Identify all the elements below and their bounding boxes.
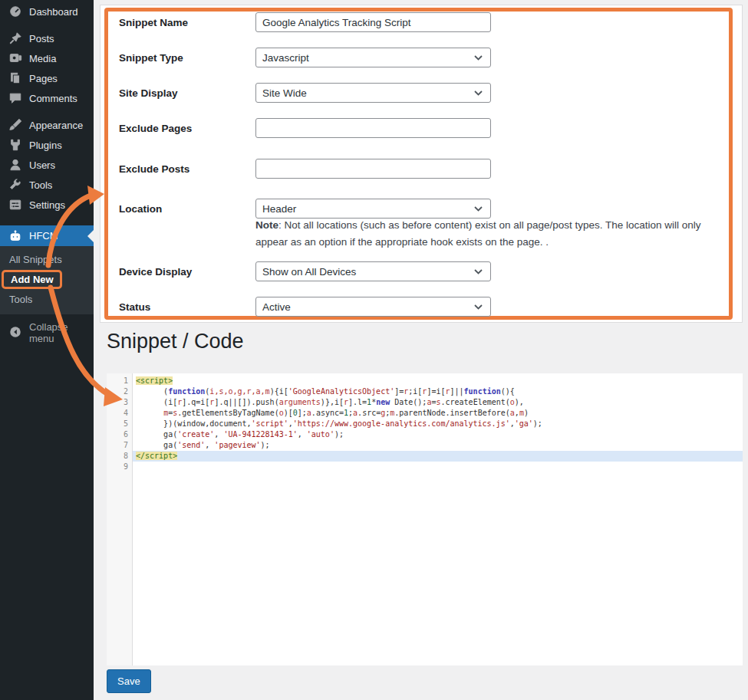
select-value: Javascript xyxy=(262,52,309,64)
collapse-menu-label: Collapse menu xyxy=(29,321,94,344)
submenu-item-add-new[interactable]: Add New xyxy=(0,268,94,291)
location-label: Location xyxy=(119,203,255,215)
admin-menu: Dashboard Posts Media Pages Comments xyxy=(0,0,94,246)
note-bold: Note xyxy=(255,219,278,231)
sidebar-item-appearance[interactable]: Appearance xyxy=(0,115,94,135)
collapse-arrow-icon xyxy=(8,325,22,341)
chevron-down-icon xyxy=(474,90,483,96)
site-display-select[interactable]: Site Wide xyxy=(255,83,491,103)
location-select[interactable]: Header xyxy=(255,199,491,219)
submenu-item-tools[interactable]: Tools xyxy=(0,291,94,308)
line-number: 4 xyxy=(107,408,128,419)
code-line[interactable]: m=s.getElementsByTagName(o)[0];a.async=1… xyxy=(133,408,743,419)
code-line[interactable]: })(window,document,'script','https://www… xyxy=(133,419,743,429)
form-row: Status Active xyxy=(119,297,491,317)
wrench-icon xyxy=(8,178,22,192)
sidebar-item-label: Users xyxy=(29,159,55,171)
sidebar-item-pages[interactable]: Pages xyxy=(0,68,94,88)
settings-panel-icon xyxy=(8,198,22,212)
sidebar-item-settings[interactable]: Settings xyxy=(0,195,94,215)
line-number: 9 xyxy=(107,462,128,472)
location-note: Note: Not all locations (such as before … xyxy=(255,217,727,250)
sidebar-item-label: Dashboard xyxy=(29,6,78,18)
add-new-highlight-box: Add New xyxy=(2,270,62,289)
code-line[interactable]: <script> xyxy=(133,376,743,386)
exclude-pages-input[interactable] xyxy=(255,118,491,138)
chevron-down-icon xyxy=(474,55,483,61)
submenu-item-label: All Snippets xyxy=(9,254,62,265)
line-number: 6 xyxy=(107,429,128,440)
form-row: Snippet Type Javascript xyxy=(119,48,491,67)
sidebar-item-plugins[interactable]: Plugins xyxy=(0,135,94,155)
line-number: 1 xyxy=(107,376,128,386)
pages-icon xyxy=(8,71,22,85)
code-line[interactable]: (i[r].q=i[r].q||[]).push(arguments)},i[r… xyxy=(133,397,743,408)
status-label: Status xyxy=(119,301,255,313)
exclude-posts-input[interactable] xyxy=(255,159,491,179)
line-number: 2 xyxy=(107,386,128,397)
paintbrush-icon xyxy=(8,118,22,132)
sidebar-item-posts[interactable]: Posts xyxy=(0,28,94,48)
line-number: 7 xyxy=(107,440,128,451)
form-row: Exclude Pages xyxy=(119,118,491,138)
sidebar-item-tools[interactable]: Tools xyxy=(0,175,94,195)
sidebar-item-label: Posts xyxy=(29,33,54,44)
device-display-select[interactable]: Show on All Devices xyxy=(255,261,491,281)
sidebar-item-label: Settings xyxy=(29,199,65,211)
person-icon xyxy=(8,158,22,172)
form-row: Location Header xyxy=(119,199,491,219)
dashboard-icon xyxy=(8,5,22,18)
sidebar-item-comments[interactable]: Comments xyxy=(0,88,94,108)
select-value: Active xyxy=(262,301,291,313)
select-value: Site Wide xyxy=(262,87,307,99)
sidebar-item-label: Comments xyxy=(29,93,77,104)
device-display-label: Device Display xyxy=(119,266,255,278)
plug-icon xyxy=(8,138,22,152)
code-gutter: 123456789 xyxy=(107,373,133,665)
save-button[interactable]: Save xyxy=(107,669,151,693)
exclude-posts-label: Exclude Posts xyxy=(119,163,255,175)
collapse-menu-button[interactable]: Collapse menu xyxy=(0,323,94,343)
sidebar-item-label: Tools xyxy=(29,179,52,191)
code-line[interactable]: ga('create', 'UA-941228143-1', 'auto'); xyxy=(133,429,743,440)
chevron-down-icon xyxy=(474,269,483,274)
line-number: 5 xyxy=(107,419,128,429)
status-select[interactable]: Active xyxy=(255,297,491,317)
form-row: Site Display Site Wide xyxy=(119,83,491,103)
code-line[interactable]: </script> xyxy=(133,451,743,462)
snippet-type-select[interactable]: Javascript xyxy=(255,48,491,67)
admin-sidebar: Dashboard Posts Media Pages Comments xyxy=(0,0,94,700)
chevron-down-icon xyxy=(474,304,483,310)
submenu-item-all-snippets[interactable]: All Snippets xyxy=(0,251,94,268)
select-value: Header xyxy=(262,203,296,215)
sidebar-item-media[interactable]: Media xyxy=(0,48,94,68)
sidebar-item-label: Media xyxy=(29,53,56,64)
form-highlight-box: Snippet Name Snippet Type Javascript Sit… xyxy=(104,8,733,320)
sidebar-item-label: Plugins xyxy=(29,140,62,151)
snippet-name-input[interactable] xyxy=(255,12,491,32)
media-icon xyxy=(8,51,22,65)
code-line[interactable] xyxy=(133,462,743,472)
form-row: Exclude Posts xyxy=(119,159,491,179)
code-lines[interactable]: <script> (function(i,s,o,g,r,a,m){i['Goo… xyxy=(133,373,743,665)
sidebar-item-label: Pages xyxy=(29,73,58,84)
pushpin-icon xyxy=(8,31,22,45)
sidebar-item-users[interactable]: Users xyxy=(0,155,94,175)
note-text: : Not all locations (such as before cont… xyxy=(255,219,701,248)
chevron-down-icon xyxy=(474,206,483,212)
hfcm-submenu: All Snippets Add New Tools xyxy=(0,246,94,314)
site-display-label: Site Display xyxy=(119,87,255,99)
sidebar-item-hfcm[interactable]: HFCM xyxy=(0,225,94,246)
snippet-name-label: Snippet Name xyxy=(119,17,255,28)
sidebar-item-label: Appearance xyxy=(29,120,83,131)
speech-bubble-icon xyxy=(8,91,22,105)
code-line[interactable]: (function(i,s,o,g,r,a,m){i['GoogleAnalyt… xyxy=(133,386,743,397)
sidebar-item-dashboard[interactable]: Dashboard xyxy=(0,2,94,21)
snippet-type-label: Snippet Type xyxy=(119,52,255,64)
robot-icon xyxy=(8,229,22,243)
line-number: 8 xyxy=(107,451,128,462)
code-line[interactable]: ga('send', 'pageview'); xyxy=(133,440,743,451)
sidebar-item-label: HFCM xyxy=(29,230,58,242)
code-editor[interactable]: 123456789 <script> (function(i,s,o,g,r,a… xyxy=(107,373,743,665)
snippet-code-heading: Snippet / Code xyxy=(107,330,244,353)
